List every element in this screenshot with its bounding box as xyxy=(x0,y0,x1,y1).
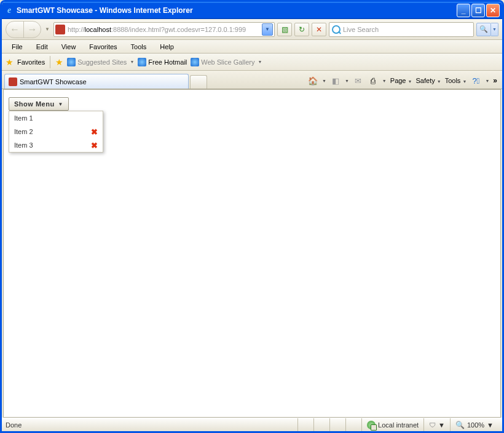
webslice-label: Web Slice Gallery xyxy=(201,58,254,66)
chevron-down-icon[interactable]: ▼ xyxy=(345,79,349,83)
url-scheme: http:// xyxy=(68,26,85,33)
window-buttons: _ ☐ ✕ xyxy=(457,4,500,17)
chevron-down-icon[interactable]: ▼ xyxy=(322,79,326,83)
chevron-down-icon: ▼ xyxy=(438,421,445,429)
web-slice-link[interactable]: Web Slice Gallery ▼ xyxy=(191,58,262,66)
chevron-down-icon: ▼ xyxy=(58,101,63,107)
add-fav-icon[interactable]: ★ xyxy=(55,57,63,67)
status-text: Done xyxy=(6,421,297,429)
menubar: File Edit View Favorites Tools Help xyxy=(2,40,502,54)
status-pane xyxy=(313,418,329,431)
search-dropdown[interactable]: ▼ xyxy=(491,23,498,36)
button-label: Show Menu xyxy=(14,100,55,108)
protected-mode[interactable]: 🛡 ▼ xyxy=(423,418,450,431)
search-placeholder: Live Search xyxy=(343,26,471,33)
chevron-down-icon: ▼ xyxy=(258,60,262,64)
feeds-icon[interactable]: ◧ xyxy=(330,75,341,86)
address-text[interactable]: http://localhost:8888/index.html?gwt.cod… xyxy=(68,26,262,33)
forward-button[interactable]: → xyxy=(23,22,41,38)
address-bar[interactable]: http://localhost:8888/index.html?gwt.cod… xyxy=(53,22,275,37)
chevron-down-icon: ▼ xyxy=(130,60,134,64)
chevron-down-icon[interactable]: ▼ xyxy=(382,79,387,83)
menu-item-label: Item 3 xyxy=(14,141,33,149)
address-dropdown[interactable]: ▼ xyxy=(262,23,273,36)
remove-icon[interactable]: ✖ xyxy=(91,127,98,137)
menu-file[interactable]: File xyxy=(6,42,29,52)
menu-item-1[interactable]: Item 1 xyxy=(9,111,103,125)
nav-buttons: ← → xyxy=(6,21,41,38)
shield-icon: 🛡 xyxy=(429,421,436,429)
page-menu[interactable]: Page ▼ xyxy=(390,77,412,84)
menu-item-3[interactable]: Item 3 ✖ xyxy=(9,138,103,152)
ie-link-icon xyxy=(138,58,146,66)
zoom-value: 100% xyxy=(467,421,484,429)
nav-toolbar: ← → ▼ http://localhost:8888/index.html?g… xyxy=(2,19,502,40)
ie-icon: e xyxy=(4,6,14,15)
search-button[interactable]: 🔍 xyxy=(476,23,491,36)
separator xyxy=(50,56,50,68)
zoom-icon: 🔍 xyxy=(455,421,465,429)
minimize-button[interactable]: _ xyxy=(457,4,470,17)
print-icon[interactable]: ⎙ xyxy=(368,75,379,86)
tab-title: SmartGWT Showcase xyxy=(20,78,87,85)
tab-bar: SmartGWT Showcase 🏠▼ ◧▼ ✉ ⎙▼ Page ▼ Safe… xyxy=(2,71,502,89)
maximize-button[interactable]: ☐ xyxy=(471,4,485,17)
menu-favorites[interactable]: Favorites xyxy=(83,42,123,52)
menu-item-label: Item 1 xyxy=(14,114,33,122)
new-tab-button[interactable] xyxy=(190,75,207,89)
tools-menu[interactable]: Tools ▼ xyxy=(445,77,467,84)
ie-link-icon xyxy=(67,58,76,66)
home-icon[interactable]: 🏠 xyxy=(307,75,318,86)
suggested-sites-link[interactable]: Suggested Sites ▼ xyxy=(67,58,134,66)
window-title: SmartGWT Showcase - Windows Internet Exp… xyxy=(17,6,457,15)
status-pane xyxy=(329,418,345,431)
page-content: Show Menu ▼ Item 1 Item 2 ✖ Item 3 ✖ xyxy=(3,89,501,418)
tab-active[interactable]: SmartGWT Showcase xyxy=(4,74,189,89)
ie-window: e SmartGWT Showcase - Windows Internet E… xyxy=(0,0,504,433)
free-hotmail-link[interactable]: Free Hotmail xyxy=(138,58,187,66)
favorites-label[interactable]: Favorites xyxy=(17,58,45,66)
status-bar: Done Local intranet 🛡 ▼ 🔍 100% ▼ xyxy=(2,418,502,431)
read-mail-icon[interactable]: ✉ xyxy=(353,75,364,86)
overflow-icon[interactable]: » xyxy=(493,76,497,85)
menu-edit[interactable]: Edit xyxy=(30,42,54,52)
menu-tools[interactable]: Tools xyxy=(125,42,153,52)
menu-view[interactable]: View xyxy=(55,42,82,52)
site-favicon xyxy=(55,25,65,34)
security-zone[interactable]: Local intranet xyxy=(361,418,423,431)
menu-help[interactable]: Help xyxy=(154,42,180,52)
zoom-control[interactable]: 🔍 100% ▼ xyxy=(450,418,498,431)
titlebar: e SmartGWT Showcase - Windows Internet E… xyxy=(2,2,502,19)
url-host: localhost xyxy=(85,26,111,33)
favorites-bar: ★ Favorites ★ Suggested Sites ▼ Free Hot… xyxy=(2,54,502,71)
suggested-label: Suggested Sites xyxy=(77,58,127,66)
tab-favicon xyxy=(9,77,17,86)
refresh-button[interactable]: ↻ xyxy=(294,23,309,36)
nav-history-dropdown[interactable]: ▼ xyxy=(44,26,51,32)
menu-item-label: Item 2 xyxy=(14,128,33,135)
close-button[interactable]: ✕ xyxy=(486,4,500,17)
chevron-down-icon[interactable]: ▼ xyxy=(485,79,489,83)
help-icon[interactable]: ?⃝ xyxy=(470,75,481,86)
zone-label: Local intranet xyxy=(378,421,419,429)
status-pane xyxy=(345,418,361,431)
url-path: :8888/index.html?gwt.codesvr=127.0.0.1:9… xyxy=(111,26,246,33)
safety-menu[interactable]: Safety ▼ xyxy=(416,77,441,84)
hotmail-label: Free Hotmail xyxy=(148,58,187,66)
command-bar: 🏠▼ ◧▼ ✉ ⎙▼ Page ▼ Safety ▼ Tools ▼ ?⃝▼ » xyxy=(307,75,500,89)
remove-icon[interactable]: ✖ xyxy=(91,141,98,150)
ie-link-icon xyxy=(191,58,199,66)
back-button[interactable]: ← xyxy=(6,22,23,38)
bing-icon xyxy=(332,25,341,34)
star-icon: ★ xyxy=(6,57,14,67)
menu-item-2[interactable]: Item 2 ✖ xyxy=(9,125,103,138)
dropdown-menu: Item 1 Item 2 ✖ Item 3 ✖ xyxy=(9,111,103,153)
chevron-down-icon: ▼ xyxy=(487,421,494,429)
compat-view-button[interactable]: ▧ xyxy=(277,23,292,36)
stop-button[interactable]: ✕ xyxy=(312,23,326,36)
status-pane xyxy=(297,418,313,431)
globe-icon xyxy=(367,421,376,429)
show-menu-button[interactable]: Show Menu ▼ xyxy=(9,97,69,111)
search-box[interactable]: Live Search xyxy=(329,22,474,37)
